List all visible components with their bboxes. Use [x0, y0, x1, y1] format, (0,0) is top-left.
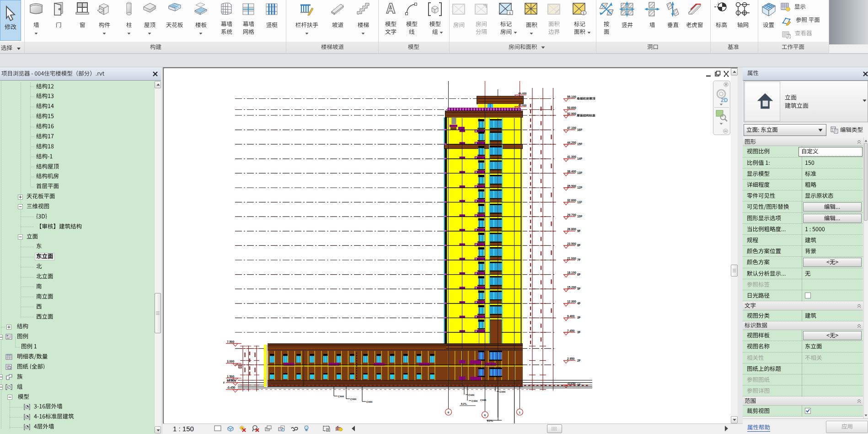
- svg-text:44.200: 44.200: [567, 141, 576, 144]
- svg-text:7F: 7F: [577, 258, 581, 261]
- svg-text:.1: .1: [716, 2, 719, 6]
- svg-text:15F: 15F: [577, 142, 582, 146]
- svg-text:0.050: 0.050: [227, 379, 233, 381]
- svg-text:16F: 16F: [577, 128, 582, 131]
- svg-text:C444: C444: [338, 395, 344, 398]
- svg-text:C444: C444: [480, 399, 487, 401]
- svg-text:C444: C444: [499, 391, 506, 393]
- svg-text:C444: C444: [468, 394, 475, 396]
- svg-text:3.000: 3.000: [227, 360, 235, 363]
- svg-text:2F: 2F: [577, 359, 581, 362]
- svg-text:47.100: 47.100: [567, 126, 576, 130]
- svg-text:1: 1: [509, 11, 511, 15]
- svg-text:1.500: 1.500: [227, 375, 235, 378]
- svg-text:3F: 3F: [577, 331, 581, 334]
- svg-text:-0.050: -0.050: [567, 382, 576, 385]
- svg-text:11F: 11F: [577, 201, 582, 204]
- svg-text:12F: 12F: [577, 186, 582, 189]
- svg-text:5F: 5F: [577, 287, 581, 290]
- svg-text:26.800: 26.800: [567, 228, 576, 231]
- svg-text:23.900: 23.900: [567, 242, 576, 245]
- svg-text:38.400: 38.400: [567, 170, 576, 173]
- svg-text:44.400: 44.400: [518, 92, 527, 95]
- svg-text:8.2‰: 8.2‰: [487, 419, 493, 422]
- svg-text:F: F: [223, 381, 225, 384]
- svg-text:52.900: 52.900: [567, 112, 576, 115]
- svg-text:55.100: 55.100: [567, 95, 576, 98]
- svg-text:4F: 4F: [577, 302, 581, 305]
- svg-text:18.100: 18.100: [567, 271, 576, 274]
- svg-text:12.300: 12.300: [567, 300, 576, 303]
- svg-text:29.700: 29.700: [567, 213, 576, 217]
- svg-text:9.400: 9.400: [567, 315, 575, 318]
- svg-text:32.600: 32.600: [567, 199, 576, 202]
- svg-text:C444: C444: [472, 400, 478, 402]
- svg-text:7.500: 7.500: [227, 340, 235, 343]
- svg-text:8F: 8F: [577, 244, 581, 247]
- svg-text:35.500: 35.500: [567, 184, 576, 188]
- svg-text:10F: 10F: [577, 215, 582, 218]
- svg-text:8.2‰: 8.2‰: [461, 402, 467, 405]
- svg-text:13F: 13F: [577, 171, 582, 174]
- svg-text:-0.450: -0.450: [227, 386, 236, 389]
- svg-text:14F: 14F: [577, 157, 582, 160]
- svg-text:1: 1: [583, 11, 584, 15]
- svg-text:7.450: 7.450: [567, 329, 575, 332]
- svg-text:41.300: 41.300: [567, 155, 576, 158]
- svg-text:6F: 6F: [577, 273, 581, 276]
- svg-text:C444: C444: [350, 398, 357, 401]
- svg-text:2.950: 2.950: [567, 357, 575, 360]
- svg-text:9F: 9F: [577, 229, 581, 233]
- svg-text:1F: 1F: [577, 383, 581, 386]
- svg-text:43.400: 43.400: [518, 104, 527, 107]
- svg-text:15.200: 15.200: [567, 286, 576, 289]
- svg-text:53.600: 53.600: [567, 106, 576, 109]
- svg-text:3F: 3F: [577, 316, 581, 319]
- svg-text:C444: C444: [366, 401, 373, 403]
- svg-text:21.000: 21.000: [567, 257, 576, 260]
